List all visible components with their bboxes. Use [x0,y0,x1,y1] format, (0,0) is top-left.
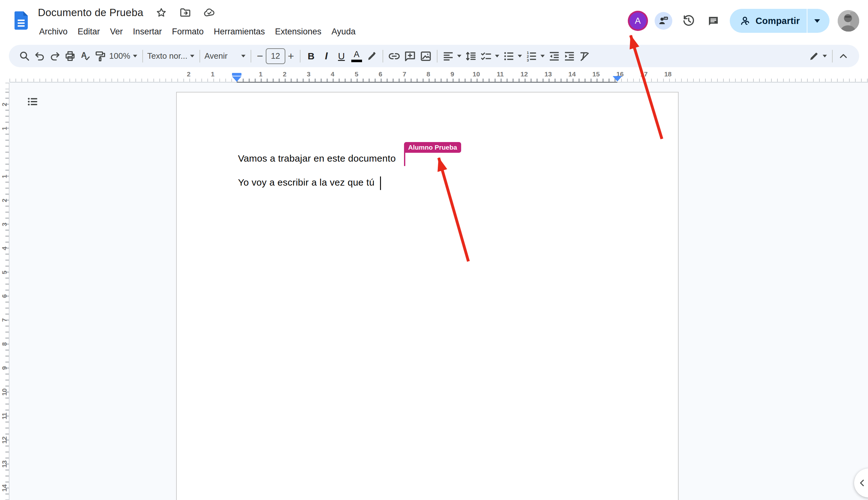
numbered-list-button[interactable]: 123 [524,48,547,65]
clear-formatting-button[interactable] [577,48,592,65]
editing-mode-button[interactable] [807,48,829,65]
menu-item[interactable]: Formato [167,25,209,38]
chevron-down-icon [133,55,137,57]
person-add-icon [739,15,751,26]
move-folder-icon[interactable] [179,7,191,19]
align-button[interactable] [441,48,463,65]
decrease-indent-button[interactable] [547,48,562,65]
account-avatar[interactable] [838,10,859,32]
star-icon[interactable] [155,7,167,19]
menu-bar: ArchivoEditarVerInsertarFormatoHerramien… [34,23,361,40]
divider [382,50,383,62]
share-button[interactable]: Compartir [739,15,807,26]
chevron-down-icon [190,55,194,57]
insert-link-button[interactable] [386,48,402,65]
undo-button[interactable] [32,48,47,65]
google-docs-window: Documento de Prueba Archivo [0,0,868,500]
ruler-ticks [5,83,9,92]
paint-format-button[interactable] [93,48,108,65]
header-right: A [628,0,859,42]
left-indent-triangle [232,76,241,82]
styles-value: Texto nor... [147,51,187,61]
text-color-button[interactable]: A [349,48,364,65]
divider [251,50,251,62]
vertical-ruler-numbers-top: 21 [0,92,9,140]
chevron-down-icon [241,55,245,57]
zoom-select[interactable]: 100% [108,48,139,65]
svg-text:3: 3 [527,58,529,62]
font-value: Avenir [205,51,228,61]
text-color-icon: A [351,50,362,62]
bold-button[interactable]: B [304,48,319,65]
chevron-down-icon [540,55,545,57]
text-cursor [380,177,381,190]
horizontal-ruler: 21 123456789101112131415161718 [10,68,868,83]
comments-button[interactable] [705,13,721,29]
chevron-down-icon [823,55,827,57]
redo-button[interactable] [47,48,62,65]
google-docs-logo-icon[interactable] [14,11,28,30]
vertical-ruler: 21 1234567891011121314 [0,83,10,500]
show-document-outline-button[interactable] [25,93,41,110]
show-chat-button[interactable] [655,12,672,30]
document-text-line[interactable]: Yo voy a escribir a la vez que tú [238,177,374,188]
title-row: Documento de Prueba [38,4,215,21]
menu-item[interactable]: Ayuda [327,25,361,38]
bulleted-list-button[interactable] [501,48,524,65]
add-comment-button[interactable] [402,48,418,65]
document-canvas: Vamos a trabajar en este documento Yo vo… [10,83,868,500]
print-button[interactable] [62,48,78,65]
spell-check-button[interactable]: A [78,48,93,65]
left-indent-marker[interactable] [232,73,241,82]
document-title[interactable]: Documento de Prueba [38,7,143,19]
hide-menus-button[interactable] [836,48,851,65]
menu-item[interactable]: Extensiones [270,25,327,38]
toolbar: A 100% Texto nor... Avenir − 12 + B I U … [9,45,859,67]
divider [437,50,437,62]
line-spacing-button[interactable] [463,48,479,65]
italic-button[interactable]: I [319,48,334,65]
font-select[interactable]: Avenir [203,48,248,65]
divider [832,50,833,62]
collaborator-cursor [404,152,405,166]
highlight-color-button[interactable] [364,48,379,65]
insert-image-button[interactable] [418,48,434,65]
document-text-line[interactable]: Vamos a trabajar en este documento [238,153,396,164]
divider [142,50,143,62]
collaborator-name-flag: Alumno Prueba [404,142,461,153]
zoom-value: 100% [109,51,130,61]
underline-button[interactable]: U [334,48,349,65]
version-history-button[interactable] [681,13,697,29]
divider [199,50,200,62]
divider [300,50,300,62]
ruler-numbers-left: 21 [177,70,225,78]
menu-item[interactable]: Insertar [128,25,167,38]
share-button-group: Compartir [730,9,830,33]
collaborator-initial: A [635,16,641,26]
menu-item[interactable]: Herramientas [209,25,270,38]
chevron-down-icon [518,55,522,57]
share-dropdown[interactable] [807,19,827,23]
search-menus-button[interactable] [17,48,32,65]
collaborator-avatar[interactable]: A [629,12,647,29]
cloud-saved-icon[interactable] [203,7,215,19]
header: Documento de Prueba Archivo [0,0,868,44]
font-size-input[interactable]: 12 [266,48,285,64]
share-button-label: Compartir [756,16,800,26]
increase-indent-button[interactable] [562,48,577,65]
paragraph-styles-select[interactable]: Texto nor... [146,48,196,65]
menu-item[interactable]: Editar [72,25,105,38]
vertical-ruler-numbers: 1234567891011121314 [0,164,9,500]
first-line-indent-marker[interactable] [232,73,241,76]
chevron-down-icon [457,55,461,57]
document-page[interactable]: Vamos a trabajar en este documento Yo vo… [176,92,678,500]
menu-item[interactable]: Ver [105,25,128,38]
increase-font-size-button[interactable]: + [285,48,297,65]
chevron-down-icon [814,19,820,23]
menu-item[interactable]: Archivo [34,25,72,38]
checklist-button[interactable] [479,48,501,65]
decrease-font-size-button[interactable]: − [254,48,266,65]
chevron-down-icon [495,55,499,57]
right-indent-marker[interactable] [613,76,622,81]
